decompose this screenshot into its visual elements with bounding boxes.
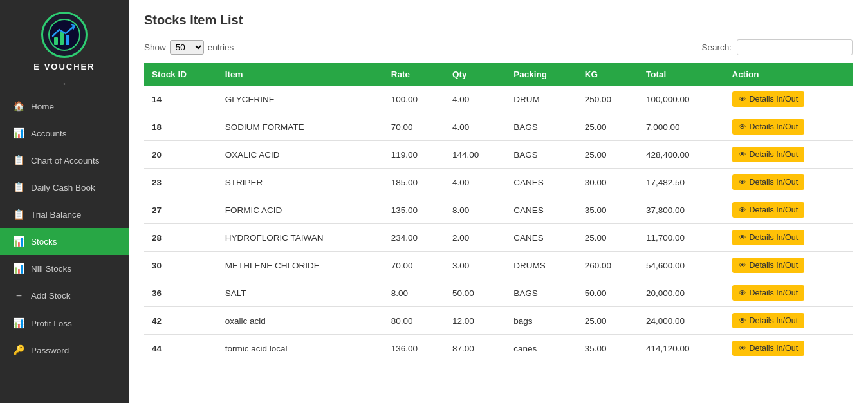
- col-qty: Qty: [445, 63, 506, 86]
- cell-packing: CANES: [506, 169, 577, 196]
- cell-rate: 70.00: [383, 252, 445, 279]
- sidebar-item-home-label: Home: [31, 102, 54, 111]
- stocks-tbody: 14 GLYCERINE 100.00 4.00 DRUM 250.00 100…: [144, 86, 853, 362]
- details-button[interactable]: 👁 Details In/Out: [732, 202, 805, 218]
- table-row: 30 METHLENE CHLORIDE 70.00 3.00 DRUMS 26…: [144, 252, 853, 279]
- table-row: 44 formic acid local 136.00 87.00 canes …: [144, 335, 853, 362]
- cell-rate: 185.00: [383, 169, 445, 196]
- cell-packing: BAGS: [506, 279, 577, 307]
- cell-item: GLYCERINE: [217, 86, 383, 113]
- svg-rect-3: [66, 35, 69, 45]
- cell-qty: 144.00: [445, 141, 506, 169]
- cell-action: 👁 Details In/Out: [725, 307, 853, 335]
- svg-rect-2: [60, 32, 64, 45]
- sidebar-item-add-stock[interactable]: ＋ Add Stock: [0, 282, 129, 310]
- cell-stock-id: 36: [144, 279, 217, 307]
- sidebar-item-home[interactable]: 🏠 Home: [0, 93, 129, 120]
- cell-rate: 135.00: [383, 196, 445, 224]
- cell-qty: 8.00: [445, 196, 506, 224]
- col-item: Item: [217, 63, 383, 86]
- cell-stock-id: 23: [144, 169, 217, 196]
- col-kg: KG: [577, 63, 638, 86]
- sidebar: E VOUCHER • 🏠 Home 📊 Accounts 📋 Chart of…: [0, 0, 129, 403]
- stocks-icon: 📊: [13, 236, 24, 247]
- search-input[interactable]: [737, 39, 853, 55]
- show-entries-control: Show 10 25 50 100 entries: [144, 40, 234, 55]
- cell-qty: 4.00: [445, 86, 506, 113]
- logo-circle: [41, 12, 88, 58]
- details-button[interactable]: 👁 Details In/Out: [732, 230, 805, 245]
- sidebar-item-daily-cash-book[interactable]: 📋 Daily Cash Book: [0, 174, 129, 201]
- sidebar-item-trial-balance-label: Trial Balance: [31, 210, 81, 220]
- sidebar-item-nill-stocks[interactable]: 📊 Nill Stocks: [0, 255, 129, 282]
- sidebar-item-chart-of-accounts-label: Chart of Accounts: [31, 156, 100, 165]
- cell-qty: 4.00: [445, 113, 506, 141]
- accounts-icon: 📊: [13, 127, 24, 139]
- entries-select[interactable]: 10 25 50 100: [170, 40, 204, 55]
- cell-packing: canes: [506, 335, 577, 362]
- stocks-table: Stock ID Item Rate Qty Packing KG Total …: [144, 63, 853, 362]
- cell-qty: 12.00: [445, 307, 506, 335]
- daily-cash-book-icon: 📋: [13, 182, 24, 193]
- cell-stock-id: 44: [144, 335, 217, 362]
- cell-kg: 35.00: [577, 196, 638, 224]
- chart-of-accounts-icon: 📋: [13, 155, 24, 166]
- cell-total: 11,700.00: [638, 224, 725, 252]
- cell-kg: 250.00: [577, 86, 638, 113]
- profit-loss-icon: 📊: [13, 317, 24, 329]
- cell-total: 54,600.00: [638, 252, 725, 279]
- details-button[interactable]: 👁 Details In/Out: [732, 174, 805, 190]
- trial-balance-icon: 📋: [13, 209, 24, 220]
- cell-action: 👁 Details In/Out: [725, 279, 853, 307]
- sidebar-item-stocks[interactable]: 📊 Stocks: [0, 228, 129, 255]
- sidebar-item-password-label: Password: [31, 346, 69, 355]
- details-button[interactable]: 👁 Details In/Out: [732, 285, 805, 301]
- page-title: Stocks Item List: [144, 13, 853, 28]
- cell-packing: DRUM: [506, 86, 577, 113]
- password-icon: 🔑: [13, 344, 24, 356]
- cell-packing: CANES: [506, 196, 577, 224]
- cell-item: METHLENE CHLORIDE: [217, 252, 383, 279]
- sidebar-item-trial-balance[interactable]: 📋 Trial Balance: [0, 201, 129, 228]
- cell-item: HYDROFLORIC TAIWAN: [217, 224, 383, 252]
- cell-stock-id: 42: [144, 307, 217, 335]
- cell-item: oxalic acid: [217, 307, 383, 335]
- details-button[interactable]: 👁 Details In/Out: [732, 147, 805, 162]
- sidebar-item-accounts-label: Accounts: [31, 129, 67, 138]
- cell-rate: 136.00: [383, 335, 445, 362]
- entries-label: entries: [208, 42, 234, 52]
- show-label: Show: [144, 42, 166, 52]
- main-content: Stocks Item List Show 10 25 50 100 entri…: [129, 0, 868, 403]
- cell-qty: 2.00: [445, 224, 506, 252]
- details-button[interactable]: 👁 Details In/Out: [732, 91, 805, 107]
- sidebar-item-password[interactable]: 🔑 Password: [0, 337, 129, 364]
- sidebar-item-stocks-label: Stocks: [31, 237, 57, 247]
- cell-rate: 70.00: [383, 113, 445, 141]
- table-row: 28 HYDROFLORIC TAIWAN 234.00 2.00 CANES …: [144, 224, 853, 252]
- table-header-row: Stock ID Item Rate Qty Packing KG Total …: [144, 63, 853, 86]
- details-button[interactable]: 👁 Details In/Out: [732, 341, 805, 356]
- cell-packing: CANES: [506, 224, 577, 252]
- sidebar-item-chart-of-accounts[interactable]: 📋 Chart of Accounts: [0, 147, 129, 174]
- cell-kg: 25.00: [577, 113, 638, 141]
- cell-action: 👁 Details In/Out: [725, 113, 853, 141]
- cell-item: SALT: [217, 279, 383, 307]
- table-row: 23 STRIPER 185.00 4.00 CANES 30.00 17,48…: [144, 169, 853, 196]
- cell-qty: 3.00: [445, 252, 506, 279]
- cell-action: 👁 Details In/Out: [725, 169, 853, 196]
- cell-total: 428,400.00: [638, 141, 725, 169]
- table-row: 42 oxalic acid 80.00 12.00 bags 25.00 24…: [144, 307, 853, 335]
- cell-packing: BAGS: [506, 141, 577, 169]
- cell-stock-id: 30: [144, 252, 217, 279]
- details-button[interactable]: 👁 Details In/Out: [732, 258, 805, 273]
- details-button[interactable]: 👁 Details In/Out: [732, 119, 805, 135]
- eye-icon: 👁: [739, 150, 746, 159]
- sidebar-item-daily-cash-book-label: Daily Cash Book: [31, 183, 95, 192]
- cell-kg: 25.00: [577, 224, 638, 252]
- details-button[interactable]: 👁 Details In/Out: [732, 313, 805, 328]
- sidebar-item-accounts[interactable]: 📊 Accounts: [0, 120, 129, 147]
- sidebar-item-profit-loss[interactable]: 📊 Profit Loss: [0, 310, 129, 337]
- table-row: 27 FORMIC ACID 135.00 8.00 CANES 35.00 3…: [144, 196, 853, 224]
- cell-stock-id: 14: [144, 86, 217, 113]
- cell-rate: 234.00: [383, 224, 445, 252]
